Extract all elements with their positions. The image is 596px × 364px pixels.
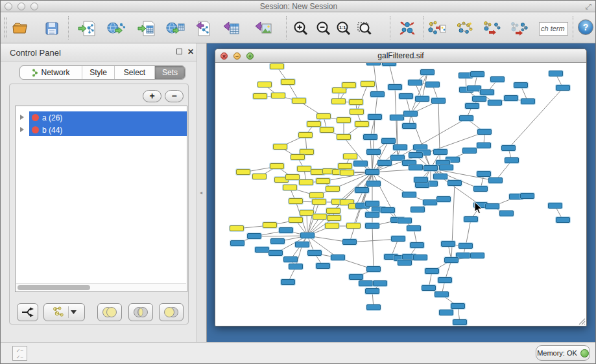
graph-node[interactable]	[279, 227, 293, 233]
graph-node[interactable]	[444, 257, 459, 263]
graph-node[interactable]	[285, 174, 300, 180]
graph-node[interactable]	[465, 103, 479, 109]
tab-style[interactable]: Style	[82, 66, 115, 79]
select-first-neighbors-icon[interactable]	[455, 19, 474, 38]
graph-node[interactable]	[398, 260, 412, 266]
add-set-button[interactable]: +	[143, 90, 161, 102]
graph-node[interactable]	[340, 170, 354, 176]
graph-node[interactable]	[316, 113, 331, 119]
graph-node[interactable]	[365, 212, 379, 218]
tab-network[interactable]: Network	[20, 66, 82, 79]
hide-selected-icon[interactable]	[482, 19, 501, 38]
graph-node[interactable]	[365, 288, 379, 294]
graph-node[interactable]	[453, 319, 467, 325]
zoom-selected-icon[interactable]	[355, 19, 374, 38]
graph-node[interactable]	[283, 256, 298, 262]
graph-node[interactable]	[435, 291, 449, 297]
create-set-from-network-button[interactable]	[43, 303, 85, 321]
graph-node[interactable]	[436, 196, 451, 202]
graph-node[interactable]	[342, 82, 356, 88]
graph-node[interactable]	[408, 80, 422, 85]
graph-node[interactable]	[373, 280, 387, 286]
graph-node[interactable]	[423, 165, 438, 171]
graph-node[interactable]	[230, 225, 244, 231]
show-all-icon[interactable]	[509, 19, 529, 38]
import-network-file-icon[interactable]	[77, 19, 97, 38]
graph-node[interactable]	[441, 241, 455, 247]
graph-node[interactable]	[289, 264, 303, 269]
graph-node[interactable]	[472, 96, 486, 102]
graph-node[interactable]	[325, 223, 339, 229]
graph-node[interactable]	[236, 169, 250, 175]
graph-node[interactable]	[307, 121, 321, 127]
graph-node[interactable]	[327, 215, 341, 221]
graph-node[interactable]	[283, 185, 297, 190]
graph-node[interactable]	[480, 89, 494, 95]
graph-node[interactable]	[299, 179, 313, 185]
toolbar-drag-handle[interactable]	[4, 17, 7, 38]
graph-node[interactable]	[270, 63, 284, 69]
graph-node[interactable]	[399, 93, 413, 99]
graph-node[interactable]	[425, 268, 439, 274]
float-panel-icon[interactable]	[176, 49, 182, 54]
graph-node[interactable]	[312, 199, 326, 205]
horizontal-scrollbar[interactable]	[16, 283, 186, 291]
graph-node[interactable]	[413, 255, 427, 260]
split-sets-button[interactable]	[17, 303, 38, 321]
graph-node[interactable]	[414, 177, 428, 183]
export-table-icon[interactable]	[221, 19, 241, 38]
graph-node[interactable]	[366, 304, 381, 310]
import-table-web-icon[interactable]	[165, 19, 185, 38]
graph-node[interactable]	[473, 186, 488, 192]
graph-node[interactable]	[320, 127, 334, 133]
graph-node[interactable]	[271, 93, 285, 98]
graph-node[interactable]	[291, 154, 305, 160]
export-image-icon[interactable]	[254, 19, 273, 38]
graph-node[interactable]	[270, 163, 284, 169]
graph-node[interactable]	[410, 242, 424, 248]
graph-node[interactable]	[485, 203, 499, 209]
graph-node[interactable]	[415, 182, 429, 188]
graph-node[interactable]	[477, 129, 492, 135]
graph-node[interactable]	[488, 177, 503, 183]
close-panel-icon[interactable]: ✕	[187, 47, 194, 56]
graph-node[interactable]	[313, 214, 327, 220]
save-session-icon[interactable]	[42, 19, 62, 38]
graph-node[interactable]	[363, 134, 377, 140]
graph-node[interactable]	[433, 149, 447, 155]
panel-splitter[interactable]: ◂	[197, 43, 207, 342]
graph-node[interactable]	[470, 71, 484, 77]
graph-node[interactable]	[247, 233, 261, 239]
graph-node[interactable]	[556, 85, 570, 91]
graph-node[interactable]	[411, 207, 425, 212]
expand-arrow-icon[interactable]	[20, 115, 24, 120]
graph-node[interactable]	[431, 98, 446, 104]
graph-node[interactable]	[253, 93, 267, 99]
graph-node[interactable]	[381, 138, 396, 144]
graph-node[interactable]	[343, 154, 357, 159]
graph-node[interactable]	[281, 279, 295, 285]
graph-node[interactable]	[252, 174, 267, 179]
graph-node[interactable]	[447, 180, 462, 186]
graph-node[interactable]	[377, 160, 392, 166]
graph-node[interactable]	[355, 121, 369, 127]
graph-node[interactable]	[402, 123, 416, 129]
import-network-web-icon[interactable]	[106, 19, 126, 38]
graph-node[interactable]	[263, 222, 277, 228]
graph-node[interactable]	[549, 71, 563, 76]
graph-node[interactable]	[332, 87, 346, 93]
graph-node[interactable]	[407, 225, 421, 231]
graph-node[interactable]	[462, 148, 477, 154]
intersection-button[interactable]	[128, 303, 153, 321]
task-history-icon[interactable]: ✓−✓−	[12, 346, 27, 361]
expand-arrow-icon[interactable]	[20, 127, 24, 132]
window-titlebar[interactable]: Session: New Session ⤢	[1, 1, 596, 12]
graph-node[interactable]	[289, 198, 303, 204]
graph-node[interactable]	[300, 233, 315, 238]
network-view-window[interactable]: × − + galFiltered.sif	[215, 49, 587, 326]
graph-node[interactable]	[337, 117, 351, 123]
graph-node[interactable]	[556, 217, 570, 223]
graph-node[interactable]	[438, 277, 452, 283]
graph-node[interactable]	[390, 115, 404, 120]
graph-node[interactable]	[501, 145, 516, 151]
